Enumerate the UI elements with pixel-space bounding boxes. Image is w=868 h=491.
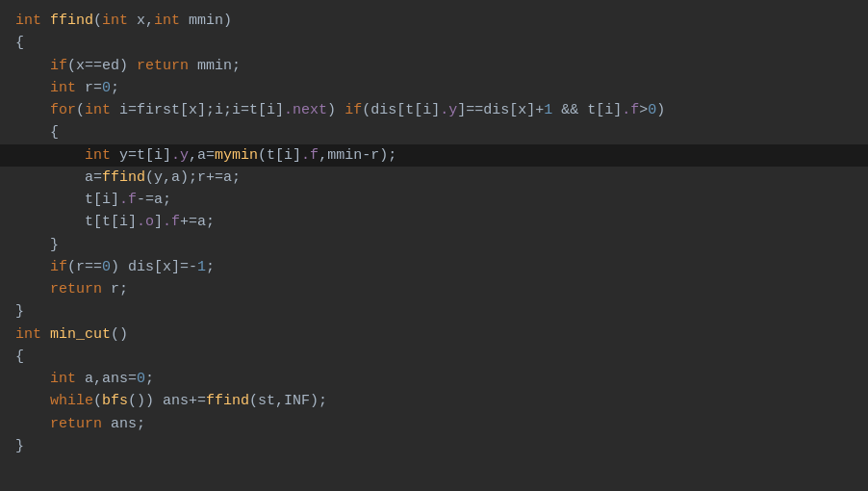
punc-token: (t[i] xyxy=(258,147,301,164)
punc-token: ; xyxy=(206,259,215,275)
code-line: int y=t[i].y,a=mymin(t[i].f,mmin-r); xyxy=(0,144,868,167)
memb-token: .y xyxy=(440,102,457,118)
punc-token: ans; xyxy=(102,416,145,432)
code-line: while(bfs()) ans+=ffind(st,INF); xyxy=(0,390,868,412)
code-line: int min_cut() xyxy=(0,323,868,346)
memb-token: .next xyxy=(284,102,327,118)
punc-token: ]==dis[x]+ xyxy=(457,102,544,118)
punc-token: ) xyxy=(656,102,665,118)
punc-token: ] xyxy=(154,214,163,230)
code-line: t[t[i].o].f+=a; xyxy=(0,211,868,233)
punc-token xyxy=(15,58,50,74)
punc-token: r; xyxy=(102,281,128,297)
kw-token: int xyxy=(154,13,180,29)
punc-token: ) dis[x]=- xyxy=(111,259,197,275)
punc-token: (st,INF); xyxy=(249,393,327,409)
code-line: } xyxy=(0,234,868,256)
punc-token: ) xyxy=(327,102,345,118)
punc-token: t[t[i] xyxy=(15,214,137,230)
code-line: } xyxy=(0,435,868,457)
memb-token: .y xyxy=(171,147,189,164)
fn-token: bfs xyxy=(102,393,128,409)
punc-token: } xyxy=(15,438,24,454)
punc-token: { xyxy=(15,349,24,365)
punc-token xyxy=(15,102,50,118)
kw-token: if xyxy=(345,102,362,118)
punc-token: (x==ed) xyxy=(67,58,137,74)
punc-token xyxy=(15,393,50,409)
fn-token: ffind xyxy=(102,169,145,186)
kw-token: int xyxy=(102,13,128,29)
kw-token: int xyxy=(15,326,41,343)
code-content: int ffind(int x,int mmin){ if(x==ed) ret… xyxy=(0,10,868,457)
punc-token: mmin; xyxy=(189,58,241,74)
punc-token: +=a; xyxy=(180,214,215,230)
punc-token: x, xyxy=(128,13,154,29)
punc-token: ; xyxy=(145,371,154,387)
punc-token xyxy=(41,326,50,343)
num-token: 0 xyxy=(102,259,111,275)
code-line: { xyxy=(0,121,868,143)
punc-token: -=a; xyxy=(137,192,171,208)
punc-token xyxy=(41,13,50,29)
kw-token: return xyxy=(50,281,102,297)
code-line: return ans; xyxy=(0,413,868,435)
num-token: 1 xyxy=(544,102,552,118)
punc-token: } xyxy=(15,237,59,253)
punc-token: mmin) xyxy=(180,13,232,29)
code-line: a=ffind(y,a);r+=a; xyxy=(0,167,868,189)
code-line: int r=0; xyxy=(0,77,868,99)
punc-token: { xyxy=(15,35,24,51)
kw-token: int xyxy=(85,102,111,118)
punc-token: (y,a);r+=a; xyxy=(145,169,241,186)
code-line: } xyxy=(0,300,868,323)
memb-token: .o xyxy=(137,214,154,230)
punc-token: r= xyxy=(76,80,102,96)
memb-token: .f xyxy=(119,192,137,208)
punc-token: t[i] xyxy=(15,192,119,208)
code-line: int a,ans=0; xyxy=(0,368,868,390)
punc-token xyxy=(15,259,50,275)
punc-token: ( xyxy=(76,102,85,118)
fn-token: ffind xyxy=(206,393,249,409)
punc-token: ; xyxy=(111,80,119,96)
kw-token: if xyxy=(50,58,67,74)
punc-token: ( xyxy=(93,393,102,409)
punc-token xyxy=(15,80,50,96)
punc-token: a,ans= xyxy=(76,371,137,387)
kw-token: return xyxy=(50,416,102,432)
kw-token: int xyxy=(15,13,41,29)
punc-token: ,a= xyxy=(189,147,215,164)
num-token: 0 xyxy=(102,80,111,96)
punc-token: a= xyxy=(15,169,102,186)
punc-token xyxy=(15,416,50,432)
num-token: 0 xyxy=(137,371,145,387)
punc-token xyxy=(15,281,50,297)
kw-token: int xyxy=(50,80,76,96)
memb-token: .f xyxy=(163,214,180,230)
punc-token: } xyxy=(15,303,24,320)
kw-token: for xyxy=(50,102,76,118)
punc-token: { xyxy=(15,124,59,141)
fn-token: min_cut xyxy=(50,326,111,343)
punc-token: > xyxy=(639,102,648,118)
code-line: return r; xyxy=(0,278,868,300)
num-token: 0 xyxy=(648,102,656,118)
kw-token: while xyxy=(50,393,93,409)
kw-token: if xyxy=(50,259,67,275)
fn-token: ffind xyxy=(50,13,93,29)
punc-token: ()) ans+= xyxy=(128,393,206,409)
kw-token: return xyxy=(137,58,189,74)
code-line: t[i].f-=a; xyxy=(0,189,868,211)
punc-token: (dis[t[i] xyxy=(362,102,440,118)
code-line: if(x==ed) return mmin; xyxy=(0,55,868,77)
punc-token: i=first[x];i;i=t[i] xyxy=(111,102,284,118)
punc-token: ,mmin-r); xyxy=(319,147,396,164)
punc-token: && t[i] xyxy=(552,102,622,118)
kw-token: int xyxy=(50,371,76,387)
memb-token: .f xyxy=(622,102,639,118)
memb-token: .f xyxy=(301,147,319,164)
punc-token: y=t[i] xyxy=(111,147,171,164)
punc-token: ( xyxy=(93,13,102,29)
code-line: { xyxy=(0,32,868,54)
